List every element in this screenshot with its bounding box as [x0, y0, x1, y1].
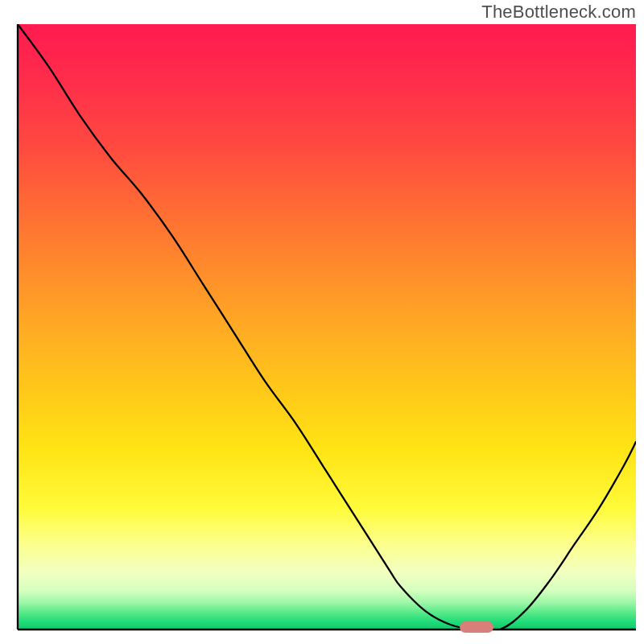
- chart-svg: [0, 0, 644, 644]
- chart-background: [18, 24, 636, 630]
- optimal-range-marker: [460, 621, 493, 633]
- chart-canvas: TheBottleneck.com: [0, 0, 644, 644]
